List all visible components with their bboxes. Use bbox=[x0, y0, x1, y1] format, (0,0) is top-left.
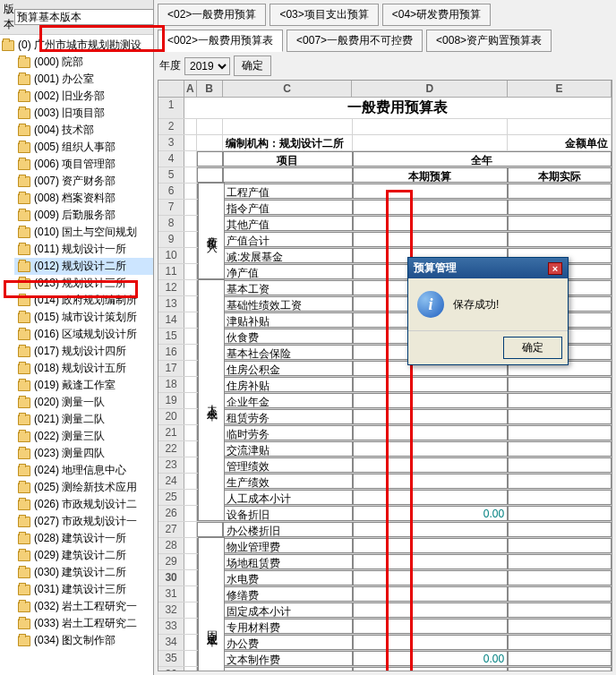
cell[interactable]: 办公楼折旧 bbox=[223, 522, 353, 537]
cell[interactable] bbox=[353, 119, 509, 134]
tree-item[interactable]: (029) 建筑设计二所 bbox=[14, 547, 153, 564]
cell[interactable] bbox=[353, 377, 509, 392]
cell[interactable] bbox=[353, 522, 509, 537]
row-number[interactable]: 34 bbox=[158, 635, 184, 650]
tree-item[interactable]: (012) 规划设计二所 bbox=[14, 258, 153, 275]
cell[interactable]: 基本社会保险 bbox=[223, 345, 353, 360]
cell[interactable] bbox=[508, 119, 612, 134]
tree-item[interactable]: (034) 图文制作部 bbox=[14, 632, 153, 649]
tree-item[interactable]: (014) 政府规划编制所 bbox=[14, 292, 153, 309]
col-header[interactable]: B bbox=[197, 81, 223, 97]
version-input[interactable] bbox=[14, 9, 154, 25]
cell[interactable] bbox=[508, 184, 612, 199]
cell[interactable] bbox=[184, 635, 197, 650]
row-number[interactable]: 35 bbox=[158, 651, 184, 666]
cell[interactable] bbox=[508, 651, 612, 666]
row-number[interactable]: 14 bbox=[158, 312, 184, 328]
cell[interactable]: 场地租赁费 bbox=[223, 554, 353, 569]
cell[interactable] bbox=[184, 506, 197, 521]
cell[interactable]: 物业管理费 bbox=[223, 538, 353, 553]
cell[interactable] bbox=[353, 538, 509, 553]
tree-item[interactable]: (026) 市政规划设计二 bbox=[14, 496, 153, 513]
cell[interactable]: 净产值 bbox=[223, 264, 353, 279]
cell[interactable] bbox=[184, 296, 197, 312]
tree-item[interactable]: (019) 戴逢工作室 bbox=[14, 377, 153, 394]
tree-item[interactable]: (028) 建筑设计一所 bbox=[14, 530, 153, 547]
cell[interactable]: 伙食费 bbox=[223, 329, 353, 344]
row-number[interactable]: 9 bbox=[158, 232, 184, 247]
tab[interactable]: <02>一般费用预算 bbox=[158, 4, 266, 26]
tab[interactable]: <04>研发费用预算 bbox=[382, 4, 491, 26]
cell[interactable] bbox=[508, 570, 612, 585]
tree-item[interactable]: (027) 市政规划设计一 bbox=[14, 513, 153, 530]
tree-item[interactable]: (003) 旧项目部 bbox=[14, 105, 153, 122]
cell[interactable] bbox=[353, 635, 509, 650]
row-number[interactable]: 26 bbox=[158, 506, 184, 521]
cell[interactable] bbox=[184, 280, 197, 295]
cell[interactable] bbox=[353, 586, 509, 602]
tree-item[interactable]: (004) 技术部 bbox=[14, 122, 153, 139]
cell[interactable]: 工程产值 bbox=[223, 184, 353, 199]
cell[interactable] bbox=[353, 667, 509, 671]
row-number[interactable]: 11 bbox=[158, 264, 184, 279]
cell[interactable] bbox=[508, 490, 612, 505]
row-number[interactable]: 5 bbox=[158, 167, 184, 183]
cell[interactable] bbox=[184, 619, 197, 634]
cell[interactable] bbox=[184, 667, 197, 671]
tab[interactable]: <002>一般费用预算表 bbox=[158, 30, 283, 52]
row-number[interactable]: 30 bbox=[158, 570, 184, 585]
cell[interactable]: 生产绩效 bbox=[223, 474, 353, 489]
row-number[interactable]: 27 bbox=[158, 522, 184, 537]
cell[interactable] bbox=[184, 441, 197, 457]
tab[interactable]: <007>一般费用不可控费 bbox=[287, 30, 423, 52]
cell[interactable] bbox=[353, 490, 509, 505]
tree-item[interactable]: (001) 办公室 bbox=[14, 71, 153, 88]
row-number[interactable]: 36 bbox=[158, 667, 184, 671]
tree-item[interactable]: (020) 测量一队 bbox=[14, 394, 153, 411]
row-number[interactable]: 7 bbox=[158, 200, 184, 215]
col-header[interactable]: C bbox=[223, 81, 353, 97]
cell[interactable]: 水电费 bbox=[223, 570, 353, 585]
cell[interactable] bbox=[508, 200, 612, 215]
cell[interactable] bbox=[353, 200, 509, 215]
cell[interactable]: 人工成本小计 bbox=[223, 490, 353, 505]
cell[interactable] bbox=[508, 506, 612, 521]
year-select[interactable]: 2019 bbox=[184, 57, 230, 75]
cell[interactable] bbox=[508, 393, 612, 408]
cell[interactable]: 0.00 bbox=[353, 506, 509, 521]
row-number[interactable]: 31 bbox=[158, 586, 184, 602]
cell[interactable]: 减:发展基金 bbox=[223, 248, 353, 263]
tree-item[interactable]: (006) 项目管理部 bbox=[14, 156, 153, 173]
tree-root-node[interactable]: (0) 广州市城市规划勘测设 bbox=[0, 37, 153, 54]
cell[interactable]: 管理绩效 bbox=[223, 457, 353, 473]
cell[interactable] bbox=[223, 667, 353, 671]
cell[interactable] bbox=[353, 474, 509, 489]
tree-item[interactable]: (017) 规划设计四所 bbox=[14, 343, 153, 360]
tree-item[interactable]: (025) 测绘新技术应用 bbox=[14, 479, 153, 496]
cell[interactable] bbox=[184, 200, 197, 215]
col-header[interactable]: A bbox=[184, 81, 197, 97]
cell[interactable] bbox=[508, 554, 612, 569]
cell[interactable] bbox=[353, 184, 509, 199]
cell[interactable] bbox=[508, 377, 612, 392]
cell[interactable] bbox=[508, 522, 612, 537]
cell[interactable]: 文本制作费 bbox=[223, 651, 353, 666]
cell[interactable] bbox=[184, 538, 197, 553]
row-number[interactable]: 28 bbox=[158, 538, 184, 553]
cell[interactable] bbox=[184, 570, 197, 585]
cell[interactable] bbox=[184, 457, 197, 473]
cell[interactable] bbox=[353, 216, 509, 231]
cell[interactable]: 基础性绩效工资 bbox=[223, 296, 353, 312]
row-number[interactable]: 2 bbox=[158, 119, 184, 134]
row-number[interactable]: 8 bbox=[158, 216, 184, 231]
cell[interactable] bbox=[184, 586, 197, 602]
col-header[interactable]: D bbox=[352, 81, 508, 97]
tree-item[interactable]: (002) 旧业务部 bbox=[14, 88, 153, 105]
cell[interactable] bbox=[508, 667, 612, 671]
row-number[interactable]: 20 bbox=[158, 409, 184, 424]
cell[interactable] bbox=[508, 441, 612, 457]
cell[interactable] bbox=[508, 232, 612, 247]
cell[interactable] bbox=[184, 425, 197, 440]
cell[interactable] bbox=[184, 474, 197, 489]
col-header[interactable]: E bbox=[508, 81, 612, 97]
